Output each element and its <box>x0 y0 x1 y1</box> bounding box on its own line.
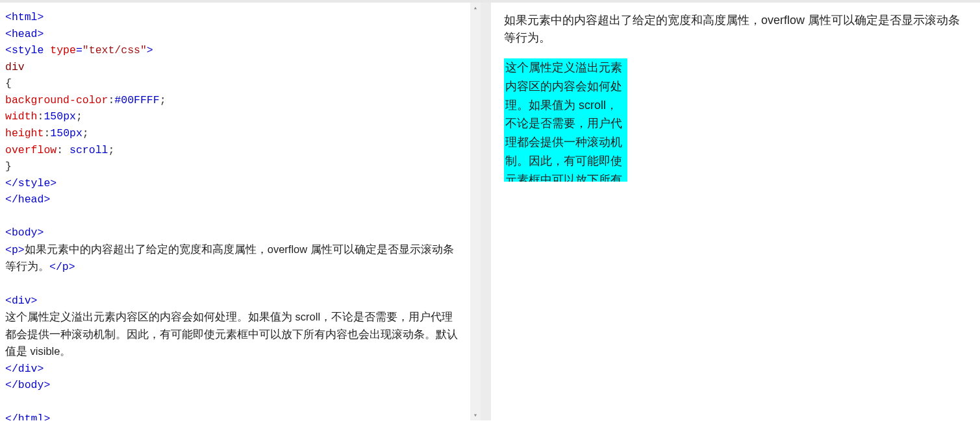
code-line[interactable]: height:150px; <box>5 125 460 142</box>
code-line[interactable]: </html> <box>5 411 460 421</box>
code-line[interactable]: 这个属性定义溢出元素内容区的内容会如何处理。如果值为 scroll，不论是否需要… <box>5 309 460 361</box>
code-editor-pane[interactable]: <html><head><style type="text/css">div{b… <box>0 3 481 420</box>
editor-vertical-scrollbar[interactable]: ▴ ▾ <box>470 3 481 420</box>
code-line[interactable]: div <box>5 59 460 76</box>
code-line[interactable]: overflow: scroll; <box>5 142 460 159</box>
code-line[interactable]: background-color:#00FFFF; <box>5 92 460 109</box>
code-line[interactable]: { <box>5 75 460 92</box>
overflow-demo-box[interactable]: 这个属性定义溢出元素内容区的内容会如何处理。如果值为 scroll，不论是否需要… <box>504 58 627 182</box>
code-line[interactable]: <html> <box>5 9 460 26</box>
code-line[interactable] <box>5 394 460 411</box>
code-line[interactable] <box>5 208 460 225</box>
code-line[interactable]: <style type="text/css"> <box>5 42 460 59</box>
code-content[interactable]: <html><head><style type="text/css">div{b… <box>5 9 475 420</box>
preview-pane: 如果元素中的内容超出了给定的宽度和高度属性，overflow 属性可以确定是否显… <box>491 3 980 420</box>
code-line[interactable]: } <box>5 158 460 175</box>
code-line[interactable] <box>5 276 460 293</box>
scroll-down-icon[interactable]: ▾ <box>470 410 481 420</box>
scroll-up-icon[interactable]: ▴ <box>470 3 481 13</box>
pane-divider[interactable] <box>481 3 491 420</box>
code-line[interactable]: </div> <box>5 361 460 378</box>
code-line[interactable]: </body> <box>5 377 460 394</box>
code-line[interactable]: </style> <box>5 175 460 192</box>
code-line[interactable]: <div> <box>5 293 460 309</box>
code-line[interactable]: <p>如果元素中的内容超出了给定的宽度和高度属性，overflow 属性可以确定… <box>5 241 460 276</box>
code-line[interactable]: </head> <box>5 191 460 208</box>
split-view: <html><head><style type="text/css">div{b… <box>0 3 980 420</box>
preview-intro-paragraph: 如果元素中的内容超出了给定的宽度和高度属性，overflow 属性可以确定是否显… <box>504 12 967 47</box>
code-line[interactable]: <body> <box>5 224 460 241</box>
code-line[interactable]: width:150px; <box>5 108 460 125</box>
code-line[interactable]: <head> <box>5 26 460 43</box>
